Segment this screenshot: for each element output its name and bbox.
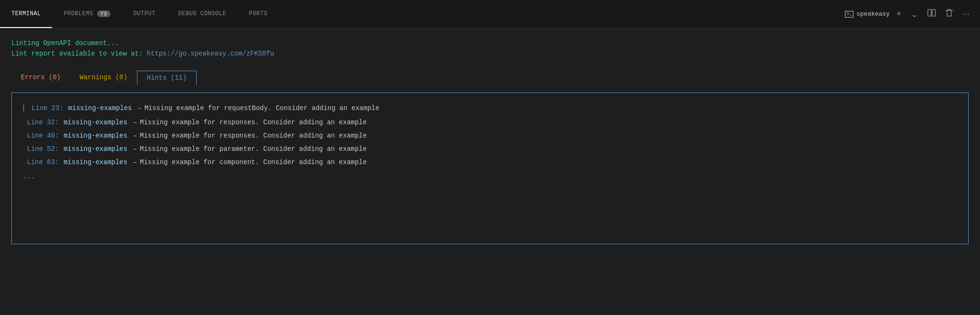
hint-row-3: Line 40: missing-examples – Missing exam… [21,129,959,142]
hint-message-1: Missing example for requestBody. Conside… [145,102,380,115]
hint-rule-3: missing-examples [64,129,127,142]
hint-line-num-2: Line 32: [27,116,59,129]
hints-ellipsis: ... [21,173,959,180]
terminal-icon: >_ [845,11,853,18]
tab-ports[interactable]: PORTS [237,0,279,28]
tab-bar: TERMINAL PROBLEMS 72 OUTPUT DEBUG CONSOL… [0,0,980,28]
hint-bar-indicator: | [21,101,26,116]
hint-row-4: Line 52: missing-examples – Missing exam… [21,142,959,156]
hint-message-5: Missing example for component. Consider … [140,156,367,169]
tab-ports-label: PORTS [249,10,267,17]
tab-output[interactable]: OUTPUT [122,0,167,28]
tab-problems-label: PROBLEMS [64,10,93,17]
tab-terminal[interactable]: TERMINAL [0,0,52,28]
hint-line-num-1: Line 23: [32,102,64,115]
hint-row-2: Line 32: missing-examples – Missing exam… [21,116,959,129]
tab-debug-console[interactable]: DEBUG CONSOLE [167,0,237,28]
hint-rule-1: missing-examples [68,102,132,115]
hint-row-5: Line 63: missing-examples – Missing exam… [21,156,959,169]
delete-terminal-button[interactable] [943,7,956,21]
tab-terminal-label: TERMINAL [11,10,41,17]
section-tab-errors[interactable]: Errors (0) [11,71,70,85]
split-terminal-button[interactable] [925,7,939,21]
hint-dash-1: – [137,102,141,115]
tab-problems[interactable]: PROBLEMS 72 [52,0,122,28]
chevron-down-icon: ⌄ [911,9,918,19]
split-icon [927,9,936,19]
tab-bar-left: TERMINAL PROBLEMS 72 OUTPUT DEBUG CONSOL… [0,0,279,28]
trash-icon [945,9,953,19]
lint-report-line: Lint report available to view at: https:… [11,48,969,59]
errors-tab-label: Errors (0) [21,74,61,81]
hint-rule-5: missing-examples [64,156,127,169]
terminal-content: Linting OpenAPI document... Lint report … [0,28,980,315]
hint-line-num-3: Line 40: [27,129,59,142]
svg-rect-0 [928,9,931,16]
section-tabs: Errors (0) Warnings (0) Hints (11) [11,71,969,85]
problems-badge: 72 [97,10,110,17]
linting-line: Linting OpenAPI document... [11,38,969,48]
hint-message-4: Missing example for parameter. Consider … [140,142,367,156]
section-tab-warnings[interactable]: Warnings (0) [70,71,137,85]
hint-rule-4: missing-examples [64,142,127,156]
hint-line-num-5: Line 63: [27,156,59,169]
more-options-button[interactable]: ··· [960,7,972,21]
svg-rect-1 [932,9,935,16]
hint-message-3: Missing example for responses. Consider … [140,129,367,142]
tab-bar-right: >_ speakeasy + ⌄ ··· [845,7,980,21]
terminal-name-display: >_ speakeasy [845,10,889,18]
hint-rule-2: missing-examples [64,116,127,129]
plus-icon: + [896,9,901,19]
tab-output-label: OUTPUT [133,10,155,17]
hint-message-2: Missing example for responses. Consider … [140,116,367,129]
lint-report-url[interactable]: https://go.speakeasy.com/zFKS8fu [147,50,274,57]
linting-text: Linting OpenAPI document... [11,39,119,47]
hint-line-num-4: Line 52: [27,142,59,156]
terminal-name-label: speakeasy [856,10,889,18]
hint-row-1: | Line 23: missing-examples – Missing ex… [21,101,959,116]
warnings-tab-label: Warnings (0) [80,74,127,81]
hint-dash-2: – [133,116,137,129]
hint-dash-5: – [133,156,137,169]
tab-debug-console-label: DEBUG CONSOLE [178,10,226,17]
hints-tab-label: Hints (11) [147,74,187,82]
lint-report-prefix: Lint report available to view at: [11,50,147,57]
hint-dash-4: – [133,142,137,156]
hints-panel: | Line 23: missing-examples – Missing ex… [11,93,969,244]
hint-dash-3: – [133,129,137,142]
section-tab-hints[interactable]: Hints (11) [137,71,197,85]
chevron-down-button[interactable]: ⌄ [908,7,921,21]
more-options-icon: ··· [962,9,970,19]
add-terminal-button[interactable]: + [893,7,904,21]
